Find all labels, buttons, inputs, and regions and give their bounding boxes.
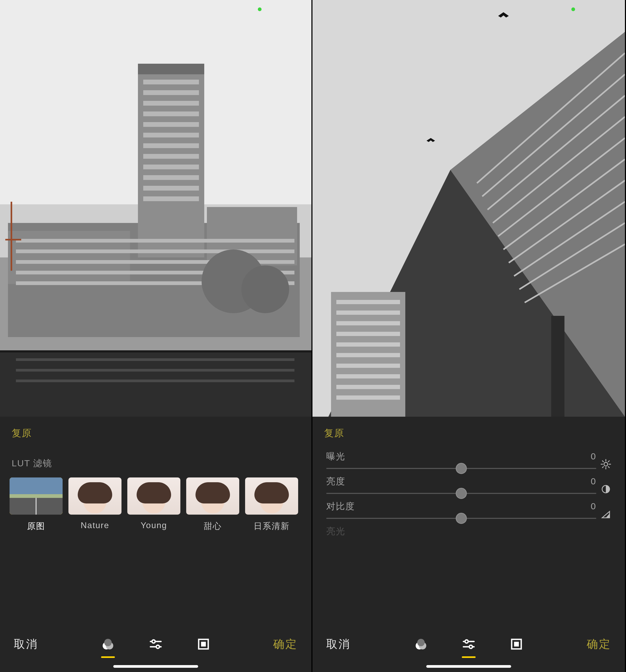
svg-rect-57 [336,300,400,304]
slider-2: 对比度0 [326,500,611,519]
svg-rect-32 [10,202,12,271]
svg-point-68 [604,462,608,466]
home-indicator [113,665,198,668]
photo-preview[interactable] [0,0,311,417]
slider-3: 亮光 [326,525,611,537]
recording-indicator-dot [571,7,575,11]
svg-rect-5 [138,64,204,74]
svg-rect-28 [0,350,311,353]
filter-label: Young [141,521,167,530]
tab-frame[interactable] [196,636,211,652]
filter-label: 甜心 [204,521,222,532]
filter-thumb[interactable] [9,477,62,514]
filter-thumb[interactable] [127,477,180,514]
reset-button[interactable]: 复原 [324,428,344,438]
filter-thumb[interactable] [69,477,122,514]
svg-rect-30 [16,369,295,371]
editor-pane-right: 复原 曝光0亮度0对比度0亮光 取消 [312,0,625,672]
tool-tabs [413,636,524,652]
svg-rect-64 [336,374,400,379]
filter-label: 日系清新 [254,521,290,532]
filters-icon [101,637,115,651]
svg-rect-86 [514,642,519,647]
svg-point-38 [152,640,155,643]
svg-rect-16 [143,165,199,169]
tool-tabs [100,636,211,652]
svg-rect-9 [143,90,199,95]
cancel-button[interactable]: 取消 [14,637,38,652]
svg-point-26 [242,265,289,313]
svg-rect-67 [551,316,565,417]
svg-rect-20 [16,239,295,243]
filter-item-4[interactable]: 日系清新 [245,477,298,532]
editor-panel: 复原 曝光0亮度0对比度0亮光 取消 [312,417,625,672]
svg-point-82 [465,640,468,643]
svg-rect-13 [143,133,199,138]
sliders-icon [149,637,162,651]
slider-knob[interactable] [456,463,467,474]
slider-knob[interactable] [456,488,467,499]
svg-rect-59 [336,321,400,326]
photo-preview[interactable] [312,0,625,417]
svg-rect-42 [201,642,206,647]
editor-panel: 复原 LUT 滤镜 原图NatureYoung甜心日系清新 取消 [0,417,311,672]
filter-item-1[interactable]: Nature [69,477,122,532]
svg-line-76 [602,466,603,467]
svg-rect-63 [336,364,400,368]
svg-rect-21 [16,249,295,253]
slider-name: 亮度 [326,475,345,487]
cancel-button[interactable]: 取消 [326,637,351,652]
slider-track[interactable] [326,518,596,519]
svg-point-36 [104,639,112,646]
svg-line-74 [608,466,609,467]
tab-adjust[interactable] [148,636,164,652]
slider-track[interactable] [326,468,596,469]
slider-0: 曝光0 [326,450,611,469]
slider-name: 曝光 [326,450,345,463]
filter-thumb[interactable] [186,477,239,514]
frame-icon [198,638,209,650]
filters-icon [414,637,428,651]
svg-point-40 [156,645,159,648]
svg-rect-62 [336,353,400,357]
adjust-sliders: 曝光0亮度0对比度0亮光 [312,448,625,537]
sliders-icon [462,637,476,651]
svg-rect-60 [336,332,400,336]
svg-rect-11 [143,112,199,116]
confirm-button[interactable]: 确定 [273,637,298,652]
filter-item-3[interactable]: 甜心 [186,477,239,532]
frame-icon [510,638,522,650]
tab-filters[interactable] [100,636,116,652]
slider-knob[interactable] [456,513,467,524]
sun-icon [601,459,611,471]
filter-item-0[interactable]: 原图 [9,477,62,532]
svg-line-73 [602,461,603,462]
home-indicator [426,665,511,668]
filter-item-2[interactable]: Young [127,477,180,532]
triangle-icon [601,509,611,521]
reset-button[interactable]: 复原 [12,428,32,438]
tab-frame[interactable] [508,636,524,652]
filters-strip[interactable]: 原图NatureYoung甜心日系清新 [0,477,311,532]
svg-rect-18 [143,186,199,191]
recording-indicator-dot [258,7,261,11]
slider-track[interactable] [326,493,596,494]
confirm-button[interactable]: 确定 [587,637,611,652]
svg-rect-33 [5,239,21,240]
svg-rect-17 [143,175,199,180]
slider-1: 亮度0 [326,475,611,494]
svg-line-75 [608,461,609,462]
filter-label: Nature [81,521,109,530]
tab-filters[interactable] [413,636,429,652]
svg-rect-15 [143,154,199,159]
filter-thumb[interactable] [245,477,298,514]
svg-rect-29 [16,358,295,361]
svg-rect-61 [336,342,400,346]
filter-label: 原图 [27,521,45,532]
slider-name: 亮光 [326,525,345,537]
tab-adjust[interactable] [461,636,477,652]
editor-pane-left: 复原 LUT 滤镜 原图NatureYoung甜心日系清新 取消 [0,0,312,672]
filters-section-title: LUT 滤镜 [0,448,311,477]
photo-placeholder-illustration [312,0,625,417]
bottom-bar: 取消 [0,616,311,672]
